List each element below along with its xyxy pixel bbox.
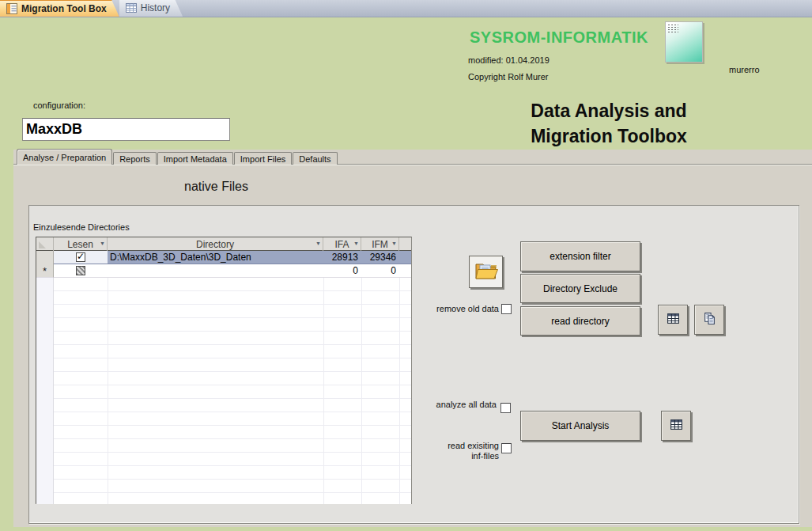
browse-folder-button[interactable] xyxy=(469,256,503,288)
directories-grid: Lesen ▼ Directory ▼ IFA ▼ IFM ▼ D:\MaxxD… xyxy=(36,237,412,504)
read-existing-inf-files-label: read exisiting inf-files xyxy=(416,441,499,461)
datasheet-icon xyxy=(667,312,680,328)
column-label: IFA xyxy=(334,239,349,250)
datasheet-icon xyxy=(670,418,683,434)
chevron-down-icon[interactable]: ▼ xyxy=(315,241,321,246)
filler-cell xyxy=(399,264,411,278)
extension-filter-button[interactable]: extension filter xyxy=(520,241,640,271)
lesen-checkbox-checked[interactable] xyxy=(76,252,85,262)
logo-dot-pattern xyxy=(667,24,678,33)
open-datasheet-button[interactable] xyxy=(658,305,688,335)
start-analysis-button[interactable]: Start Analysis xyxy=(520,411,640,441)
copyright-text: Copyright Rolf Murer xyxy=(468,72,548,82)
label-line2: inf-files xyxy=(416,451,499,461)
analyze-all-data-checkbox[interactable] xyxy=(500,403,511,413)
doc-tab-label: History xyxy=(141,2,170,13)
tab-defaults[interactable]: Defaults xyxy=(293,152,337,165)
section-title: native Files xyxy=(184,180,248,194)
corner-triangle-icon xyxy=(39,241,46,248)
copy-button[interactable] xyxy=(694,305,724,335)
remove-old-data-label: remove old data xyxy=(416,304,499,314)
directory-cell[interactable]: D:\MaxxDB_3D_Daten\3D_Daten xyxy=(108,251,323,264)
page-title-line1: Data Analysis and xyxy=(490,98,727,123)
lesen-checkbox-null[interactable] xyxy=(76,266,85,275)
gridline xyxy=(361,278,362,504)
tab-import-files[interactable]: Import Files xyxy=(234,152,292,165)
tab-analyse-preparation[interactable]: Analyse / Preparation xyxy=(17,149,112,165)
grid-header-row: Lesen ▼ Directory ▼ IFA ▼ IFM ▼ xyxy=(36,237,411,251)
open-folder-icon xyxy=(474,260,499,284)
column-label: Directory xyxy=(196,239,234,250)
doc-tab-migration-tool-box[interactable]: Migration Tool Box xyxy=(0,0,119,17)
column-header-ifa[interactable]: IFA ▼ xyxy=(323,237,361,251)
copy-icon xyxy=(703,312,716,328)
lesen-cell[interactable] xyxy=(54,251,108,264)
configuration-input[interactable] xyxy=(22,118,230,141)
chevron-down-icon[interactable]: ▼ xyxy=(391,241,397,246)
chevron-down-icon[interactable]: ▼ xyxy=(100,241,105,246)
lesen-cell[interactable] xyxy=(54,264,108,278)
ifm-cell[interactable]: 0 xyxy=(361,264,399,278)
filler-cell xyxy=(399,251,411,264)
directory-exclude-button[interactable]: Directory Exclude xyxy=(520,274,640,303)
document-tab-bar: Migration Tool Box History xyxy=(0,0,812,17)
chevron-down-icon[interactable]: ▼ xyxy=(353,241,359,246)
form-tab-strip: Analyse / Preparation Reports Import Met… xyxy=(17,150,338,165)
page-title-line2: Migration Toolbox xyxy=(490,123,727,149)
grid-header-filler xyxy=(399,237,411,251)
configuration-label: configuration: xyxy=(33,101,85,110)
label-line1: read exisiting xyxy=(416,441,499,451)
doc-tab-label: Migration Tool Box xyxy=(21,3,107,14)
column-header-ifm[interactable]: IFM ▼ xyxy=(361,237,399,251)
grid-caption: Einzulesende Directories xyxy=(33,222,130,232)
gridline xyxy=(108,278,108,504)
datasheet-icon xyxy=(126,2,137,13)
app-window: Migration Tool Box History SYSROM-INFORM… xyxy=(0,0,812,531)
table-row-new: * 0 0 xyxy=(36,264,411,278)
table-row-selected: D:\MaxxDB_3D_Daten\3D_Daten 28913 29346 xyxy=(36,251,411,264)
directory-cell[interactable] xyxy=(108,264,323,278)
form-icon xyxy=(6,3,17,14)
tab-import-metadata[interactable]: Import Metadata xyxy=(157,152,233,165)
company-logo xyxy=(665,21,703,63)
row-selector-column xyxy=(36,278,54,504)
page-title: Data Analysis and Migration Toolbox xyxy=(490,98,727,149)
gridline xyxy=(323,278,324,504)
grid-corner-cell xyxy=(36,237,54,251)
analyze-all-data-label: analyze all data xyxy=(414,400,497,410)
brand-title: SYSROM-INFORMATIK xyxy=(470,28,648,47)
read-existing-inf-files-checkbox[interactable] xyxy=(501,443,512,453)
new-record-selector[interactable]: * xyxy=(36,264,54,278)
read-directory-button[interactable]: read directory xyxy=(520,306,640,336)
column-header-directory[interactable]: Directory ▼ xyxy=(108,237,323,251)
analysis-datasheet-button[interactable] xyxy=(661,411,691,441)
grid-empty-area xyxy=(36,278,411,504)
ifa-cell[interactable]: 0 xyxy=(323,264,361,278)
column-header-lesen[interactable]: Lesen ▼ xyxy=(54,237,108,251)
row-selector[interactable] xyxy=(36,251,54,264)
ifa-cell[interactable]: 28913 xyxy=(323,251,361,264)
tab-reports[interactable]: Reports xyxy=(113,152,157,165)
column-label: IFM xyxy=(372,239,388,250)
column-label: Lesen xyxy=(67,239,93,250)
modified-date: modified: 01.04.2019 xyxy=(468,55,550,65)
doc-tab-history[interactable]: History xyxy=(119,0,183,17)
gridline xyxy=(399,278,400,504)
ifm-cell[interactable]: 29346 xyxy=(361,251,399,264)
remove-old-data-checkbox[interactable] xyxy=(501,304,512,314)
user-name: murerro xyxy=(729,65,760,74)
